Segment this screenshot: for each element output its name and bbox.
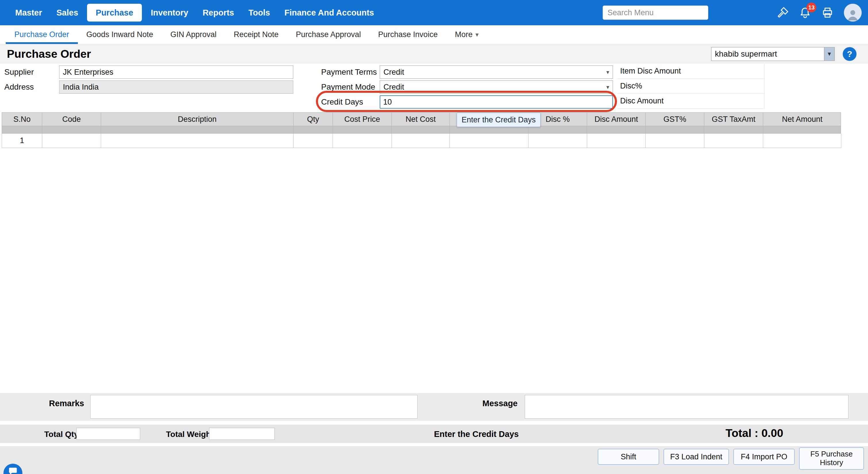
cell-disc-percent[interactable] [528,134,587,148]
nav-item-purchase[interactable]: Purchase [87,4,142,22]
cell-cost-price[interactable] [333,134,392,148]
bell-icon[interactable]: 13 [799,7,811,19]
nav-item-finance-and-accounts[interactable]: Finance And Accounts [277,0,381,25]
total-weight-label: Total Weight [166,430,213,439]
col-header-qty: Qty [293,113,333,126]
status-text: Enter the Credit Days [434,429,519,439]
avatar[interactable] [844,4,862,22]
col-header-sno: S.No [2,113,42,126]
chevron-down-icon: ▾ [606,84,613,90]
gavel-icon[interactable] [777,7,789,19]
top-navigation: Master Sales Purchase Inventory Reports … [0,0,868,25]
nav-item-tools[interactable]: Tools [241,0,277,25]
col-header-gst-percent: GST% [646,113,704,126]
message-label: Message [468,399,518,408]
message-textarea[interactable] [525,395,848,419]
supplier-input[interactable] [59,65,293,79]
totals-strip: Total Qty Total Weight Enter the Credit … [0,424,868,443]
col-header-code: Code [42,113,101,126]
cell-gst-taxamt[interactable] [704,134,763,148]
tab-more-label: More [455,30,473,39]
col-header-gst-taxamt: GST TaxAmt [704,113,763,126]
company-select-value: khabib supermart [711,50,824,59]
cell-code[interactable] [42,134,101,148]
title-bar: Purchase Order khabib supermart ▼ ? [0,44,868,64]
nav-item-master[interactable]: Master [8,0,50,25]
help-button[interactable]: ? [843,47,857,61]
remarks-strip: Remarks Message [0,393,868,421]
page-title: Purchase Order [7,48,91,60]
payment-terms-select[interactable]: Credit ▾ [380,65,613,79]
printer-icon[interactable] [822,7,834,19]
cell-description[interactable] [101,134,293,148]
chevron-down-icon: ▾ [475,31,478,38]
nav-item-inventory[interactable]: Inventory [144,0,195,25]
cell-net-amount[interactable] [763,134,841,148]
tab-purchase-approval[interactable]: Purchase Approval [287,25,370,44]
total-qty-label: Total Qty [44,430,79,439]
col-header-cost-price: Cost Price [333,113,392,126]
grand-total: Total : 0.00 [725,427,783,440]
supplier-label: Supplier [4,65,34,79]
total-weight-input[interactable] [209,428,275,440]
company-select[interactable]: khabib supermart ▼ [711,47,835,61]
address-input[interactable] [59,81,293,94]
discount-panel: Item Disc Amount Disc% Disc Amount [617,64,765,109]
col-header-description: Description [101,113,293,126]
payment-mode-value: Credit [380,83,606,92]
tab-receipt-note[interactable]: Receipt Note [225,25,287,44]
dropdown-arrow-icon[interactable]: ▼ [824,48,834,61]
module-tabbar: Purchase Order Goods Inward Note GIN App… [0,25,868,44]
cell-net-cost[interactable] [392,134,450,148]
grid-group-row [2,126,841,134]
remarks-label: Remarks [29,399,84,408]
topnav-icon-group: 13 [777,4,862,22]
f3-load-indent-button[interactable]: F3 Load Indent [663,449,729,465]
tab-gin-approval[interactable]: GIN Approval [162,25,225,44]
total-qty-input[interactable] [76,428,140,440]
disc-amount-label: Disc Amount [617,94,765,109]
payment-mode-select[interactable]: Credit ▾ [380,81,613,94]
cell-hidden[interactable] [450,134,528,148]
credit-days-label: Credit Days [321,95,363,109]
cell-gst-percent[interactable] [646,134,704,148]
tab-more[interactable]: More▾ [446,25,488,44]
tab-purchase-order[interactable]: Purchase Order [6,25,78,44]
disc-percent-label: Disc% [617,79,765,94]
col-header-net-cost: Net Cost [392,113,450,126]
remarks-textarea[interactable] [90,395,417,419]
shift-button[interactable]: Shift [598,449,659,465]
nav-item-sales[interactable]: Sales [50,0,86,25]
cell-sno[interactable]: 1 [2,134,42,148]
chevron-down-icon: ▾ [606,69,613,76]
grid-data-row: 1 [2,134,841,148]
item-disc-amount-label: Item Disc Amount [617,64,765,79]
address-label: Address [4,81,34,94]
cell-disc-amount[interactable] [587,134,646,148]
chat-bubble-icon [8,466,18,474]
payment-mode-label: Payment Mode [321,81,375,94]
grid-header-row: S.No Code Description Qty Cost Price Net… [2,112,841,126]
actions-strip: Shift F3 Load Indent F4 Import PO F5 Pur… [0,446,868,474]
tab-purchase-invoice[interactable]: Purchase Invoice [370,25,446,44]
credit-days-input[interactable] [380,95,613,109]
search-input[interactable] [602,5,708,20]
notification-badge: 13 [807,3,816,12]
col-header-net-amount: Net Amount [763,113,841,126]
cell-qty[interactable] [293,134,333,148]
po-header-form: Supplier Address Payment Terms Credit ▾ … [0,64,868,113]
items-grid: S.No Code Description Qty Cost Price Net… [2,112,841,148]
f4-import-po-button[interactable]: F4 Import PO [733,449,795,465]
tab-goods-inward-note[interactable]: Goods Inward Note [78,25,162,44]
payment-terms-label: Payment Terms [321,65,377,79]
f5-purchase-history-button[interactable]: F5 Purchase History [799,447,864,470]
credit-days-tooltip: Enter the Credit Days [457,113,540,127]
nav-item-reports[interactable]: Reports [195,0,241,25]
payment-terms-value: Credit [380,68,606,77]
col-header-disc-amount: Disc Amount [587,113,646,126]
